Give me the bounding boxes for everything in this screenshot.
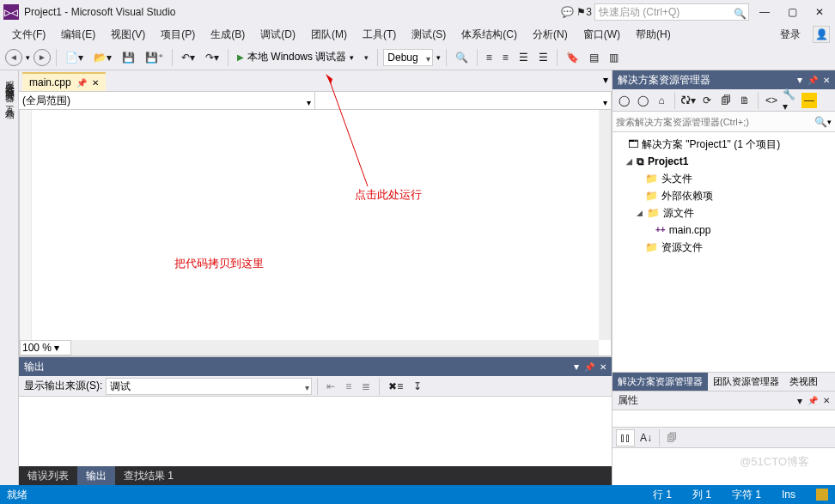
- menu-edit[interactable]: 编辑(E): [54, 26, 102, 44]
- properties-icon[interactable]: 🔧▾: [783, 93, 798, 108]
- folder-resources[interactable]: 📁 资源文件: [614, 239, 833, 256]
- tab-solution-explorer[interactable]: 解决方案资源管理器: [613, 373, 708, 391]
- folder-external[interactable]: 📁 外部依赖项: [614, 187, 833, 204]
- forward-icon[interactable]: ◯: [635, 93, 650, 108]
- properties-header[interactable]: 属性 ▾ 📌 ✕: [613, 392, 835, 410]
- properties-object-select[interactable]: [613, 410, 835, 428]
- menu-window[interactable]: 窗口(W): [576, 26, 627, 44]
- categorized-button[interactable]: ⫿⫿: [616, 429, 635, 446]
- sync-icon[interactable]: 🗘▾: [680, 93, 696, 108]
- tab-class-view[interactable]: 类视图: [784, 373, 823, 391]
- tab-team-explorer[interactable]: 团队资源管理器: [708, 373, 784, 391]
- menu-view[interactable]: 视图(V): [104, 26, 152, 44]
- new-project-button[interactable]: 📄▾: [62, 50, 87, 65]
- output-clear-all-button[interactable]: ✖≡: [385, 379, 406, 394]
- tab-output[interactable]: 输出: [77, 466, 115, 485]
- solution-tree[interactable]: 🗔 解决方案 "Project1" (1 个项目) ◢⧉ Project1 📁 …: [613, 132, 835, 372]
- refresh-icon[interactable]: ⟳: [699, 93, 715, 108]
- close-button[interactable]: ✕: [808, 3, 832, 21]
- solution-search-input[interactable]: [616, 117, 814, 127]
- close-pane-icon[interactable]: ✕: [823, 76, 830, 85]
- tabs-overflow-icon[interactable]: ▾: [603, 74, 608, 86]
- menu-tools[interactable]: 工具(T): [356, 26, 403, 44]
- folder-headers[interactable]: 📁 头文件: [614, 170, 833, 187]
- nav-back-button[interactable]: ◄: [5, 49, 22, 66]
- comment-button[interactable]: ≡: [483, 50, 496, 65]
- dropdown-icon[interactable]: ▾: [797, 395, 802, 407]
- save-all-button[interactable]: 💾⁺: [142, 50, 167, 65]
- output-autoscroll-button[interactable]: ↧: [410, 379, 425, 394]
- config-select[interactable]: Debug: [383, 49, 432, 66]
- scope-select[interactable]: (全局范围): [19, 92, 315, 109]
- maximize-button[interactable]: ▢: [780, 3, 804, 21]
- menu-analyze[interactable]: 分析(N): [526, 26, 575, 44]
- minimize-button[interactable]: —: [753, 3, 777, 21]
- user-icon[interactable]: 👤: [813, 26, 830, 43]
- menu-file[interactable]: 文件(F): [5, 26, 52, 44]
- back-icon[interactable]: ◯: [616, 93, 631, 108]
- pin-icon[interactable]: 📌: [808, 76, 818, 85]
- pin-icon[interactable]: 📌: [808, 396, 818, 405]
- start-debugging-button[interactable]: ▶ 本地 Windows 调试器 ▾: [234, 48, 357, 66]
- indent-button[interactable]: ☰: [515, 50, 532, 65]
- redo-button[interactable]: ↷▾: [202, 50, 222, 65]
- feedback-icon[interactable]: 💬: [560, 5, 574, 19]
- property-pages-button[interactable]: 🗐: [663, 430, 680, 446]
- tab-error-list[interactable]: 错误列表: [19, 466, 77, 485]
- code-editor[interactable]: 100 % ▾ 点击此处运行 把代码拷贝到这里: [19, 110, 612, 356]
- collapse-icon[interactable]: 🗐: [718, 93, 734, 108]
- home-icon[interactable]: ⌂: [654, 93, 669, 108]
- save-button[interactable]: 💾: [119, 50, 138, 65]
- class-button[interactable]: ▤: [586, 50, 602, 65]
- pin-icon[interactable]: 📌: [584, 362, 594, 372]
- undo-button[interactable]: ↶▾: [178, 50, 198, 65]
- output-text-area[interactable]: [19, 397, 612, 466]
- bookmark-button[interactable]: 🔖: [563, 50, 582, 65]
- folder-sources[interactable]: ◢📁 源文件: [614, 204, 833, 222]
- status-flag-icon[interactable]: [816, 489, 828, 501]
- find-in-files-button[interactable]: 🔍: [452, 50, 472, 65]
- menu-help[interactable]: 帮助(H): [629, 26, 678, 44]
- menu-debug[interactable]: 调试(D): [253, 26, 302, 44]
- preview-icon[interactable]: —: [801, 93, 817, 108]
- document-tab-main-cpp[interactable]: main.cpp 📌 ✕: [22, 72, 106, 91]
- show-all-icon[interactable]: 🗎: [737, 93, 753, 108]
- zoom-level[interactable]: 100 % ▾: [20, 340, 71, 355]
- code-icon[interactable]: <>: [764, 93, 779, 108]
- close-pane-icon[interactable]: ✕: [823, 396, 830, 405]
- open-button[interactable]: 📂▾: [90, 50, 115, 65]
- menu-build[interactable]: 生成(B): [204, 26, 252, 44]
- menu-project[interactable]: 项目(P): [154, 26, 202, 44]
- outdent-button[interactable]: ☰: [535, 50, 552, 65]
- sign-in-link[interactable]: 登录: [773, 26, 808, 44]
- solution-node[interactable]: 🗔 解决方案 "Project1" (1 个项目): [614, 136, 833, 153]
- project-node[interactable]: ◢⧉ Project1: [614, 153, 833, 170]
- solution-explorer-header[interactable]: 解决方案资源管理器 ▾ 📌 ✕: [613, 70, 835, 89]
- output-clear-button[interactable]: ⇤: [323, 379, 338, 394]
- solution-explorer-search[interactable]: 🔍▾: [613, 112, 835, 132]
- pin-icon[interactable]: 📌: [76, 78, 87, 88]
- vertical-scrollbar[interactable]: [599, 110, 611, 340]
- debug-target-dropdown[interactable]: ▾: [361, 52, 372, 64]
- output-wrap-button[interactable]: ≣: [358, 379, 374, 394]
- file-main-cpp[interactable]: ++ main.cpp: [614, 222, 833, 239]
- member-select[interactable]: [315, 92, 612, 109]
- notifications-flag-icon[interactable]: ⚑3: [577, 5, 591, 19]
- output-source-select[interactable]: 调试: [106, 378, 312, 395]
- quick-launch-input[interactable]: 快速启动 (Ctrl+Q) 🔍: [594, 3, 749, 21]
- nav-forward-button[interactable]: ►: [34, 49, 51, 66]
- menu-architecture[interactable]: 体系结构(C): [454, 26, 524, 44]
- dropdown-icon[interactable]: ▾: [574, 361, 579, 373]
- alphabetical-button[interactable]: A↓: [637, 430, 655, 446]
- dropdown-icon[interactable]: ▾: [797, 74, 802, 86]
- close-pane-icon[interactable]: ✕: [600, 362, 606, 372]
- close-tab-icon[interactable]: ✕: [92, 78, 99, 88]
- side-tab-server-explorer[interactable]: 服务器资源管理器 工具箱: [0, 70, 19, 485]
- output-toggle-button[interactable]: ≡: [342, 379, 355, 394]
- horizontal-scrollbar[interactable]: [71, 340, 599, 355]
- menu-team[interactable]: 团队(M): [304, 26, 354, 44]
- output-header[interactable]: 输出 ▾ 📌 ✕: [19, 357, 612, 376]
- uncomment-button[interactable]: ≡: [499, 50, 512, 65]
- menu-test[interactable]: 测试(S): [405, 26, 453, 44]
- tab-find-results[interactable]: 查找结果 1: [115, 466, 182, 485]
